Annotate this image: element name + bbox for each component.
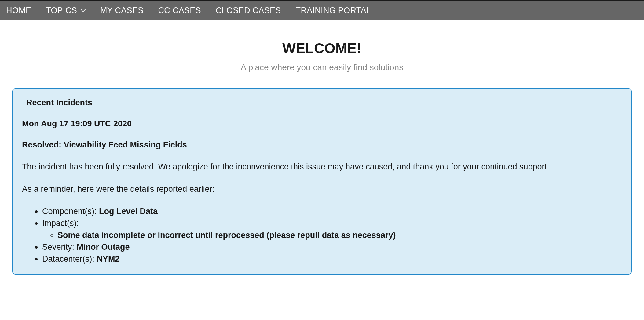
hero-subtitle: A place where you can easily find soluti… (12, 63, 632, 72)
nav-topics[interactable]: TOPICS (38, 6, 93, 15)
nav-training-portal-label: TRAINING PORTAL (296, 6, 371, 15)
datacenter-label: Datacenter(s): (42, 254, 97, 264)
nav-my-cases[interactable]: MY CASES (93, 6, 151, 15)
panel-title: Recent Incidents (26, 98, 622, 107)
impact-label: Impact(s): (42, 219, 79, 228)
hero-section: WELCOME! A place where you can easily fi… (12, 40, 632, 72)
nav-home[interactable]: HOME (2, 6, 38, 15)
incident-details-list: Component(s): Log Level Data Impact(s): … (22, 205, 622, 265)
recent-incidents-panel: Recent Incidents Mon Aug 17 19:09 UTC 20… (12, 88, 632, 275)
nav-training-portal[interactable]: TRAINING PORTAL (288, 6, 379, 15)
impact-item-text: Some data incomplete or incorrect until … (57, 231, 396, 240)
nav-topics-label: TOPICS (46, 6, 77, 15)
incident-reminder: As a reminder, here were the details rep… (22, 184, 622, 194)
impact-sublist: Some data incomplete or incorrect until … (42, 229, 622, 241)
impact-item: Some data incomplete or incorrect until … (57, 229, 622, 241)
nav-cc-cases-label: CC CASES (158, 6, 201, 15)
detail-component: Component(s): Log Level Data (42, 205, 622, 217)
detail-severity: Severity: Minor Outage (42, 241, 622, 253)
incident-title: Resolved: Viewability Feed Missing Field… (22, 140, 622, 150)
severity-label: Severity: (42, 242, 77, 252)
component-label: Component(s): (42, 207, 99, 216)
severity-value: Minor Outage (77, 242, 130, 252)
detail-datacenter: Datacenter(s): NYM2 (42, 253, 622, 265)
hero-title: WELCOME! (12, 40, 632, 56)
datacenter-value: NYM2 (97, 254, 120, 264)
incident-body: The incident has been fully resolved. We… (22, 161, 622, 173)
incident-date: Mon Aug 17 19:09 UTC 2020 (22, 119, 622, 129)
nav-closed-cases-label: CLOSED CASES (216, 6, 281, 15)
page-content: WELCOME! A place where you can easily fi… (0, 40, 644, 275)
nav-my-cases-label: MY CASES (100, 6, 143, 15)
component-value: Log Level Data (99, 207, 158, 216)
detail-impact: Impact(s): Some data incomplete or incor… (42, 217, 622, 241)
nav-home-label: HOME (6, 6, 31, 15)
chevron-down-icon (81, 9, 86, 12)
main-navbar: HOME TOPICS MY CASES CC CASES CLOSED CAS… (0, 1, 644, 20)
nav-cc-cases[interactable]: CC CASES (151, 6, 208, 15)
nav-closed-cases[interactable]: CLOSED CASES (208, 6, 288, 15)
